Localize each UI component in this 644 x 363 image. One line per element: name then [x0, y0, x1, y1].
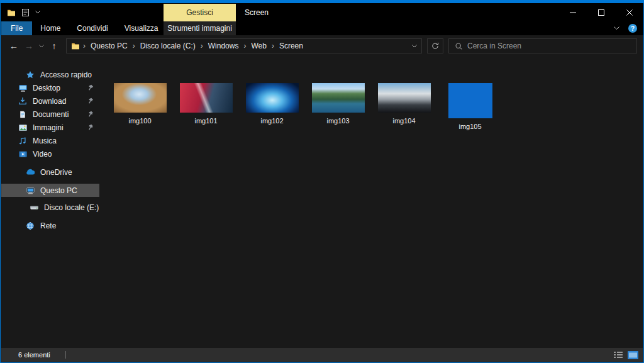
sidebar-item-label: Video [33, 150, 52, 159]
file-item-img104[interactable]: img104 [374, 83, 435, 125]
quick-access-toolbar [1, 9, 40, 16]
breadcrumb-separator: › [272, 42, 274, 50]
sidebar-item-label: Disco locale (E:) [44, 203, 99, 212]
maximize-button[interactable] [587, 3, 615, 21]
file-name: img104 [392, 117, 415, 125]
music-note-icon [18, 137, 28, 145]
sidebar-item-accesso-rapido[interactable]: Accesso rapido [1, 68, 99, 81]
sidebar-item-download[interactable]: Download [1, 94, 99, 108]
network-icon [25, 221, 35, 230]
breadcrumb-separator: › [243, 42, 246, 50]
pin-icon [87, 84, 94, 91]
refresh-button[interactable] [427, 38, 443, 53]
pin-icon [87, 111, 94, 117]
file-item-img101[interactable]: img101 [175, 83, 236, 125]
file-name: img102 [260, 117, 283, 125]
download-icon [18, 97, 28, 106]
folder-icon[interactable] [7, 9, 16, 16]
thumbnail-img104 [378, 83, 431, 113]
breadcrumb-separator: › [83, 42, 86, 50]
file-item-img103[interactable]: img103 [308, 83, 369, 125]
search-input[interactable] [467, 42, 631, 50]
pin-icon [87, 124, 94, 130]
ribbon-context-header-gestisci[interactable]: Gestisci [164, 4, 236, 21]
item-count-text: 6 elementi [18, 351, 50, 359]
up-button[interactable]: ↑ [47, 38, 61, 53]
film-icon [18, 150, 28, 159]
address-bar[interactable]: › Questo PC › Disco locale (C:) › Window… [66, 38, 422, 53]
cloud-icon [25, 169, 35, 176]
sidebar-item-label: Musica [33, 137, 57, 145]
status-divider [65, 351, 66, 359]
star-icon [25, 70, 35, 79]
breadcrumb-screen[interactable]: Screen [277, 42, 305, 50]
search-box[interactable] [448, 38, 637, 53]
file-name: img103 [326, 117, 349, 125]
thumbnail-img100 [114, 83, 167, 113]
breadcrumb-windows[interactable]: Windows [206, 42, 241, 50]
tab-strumenti-immagini[interactable]: Strumenti immagini [164, 21, 236, 35]
large-icons-view-icon[interactable] [628, 351, 638, 359]
search-icon [455, 42, 463, 50]
file-list: img100 img101 img102 img103 img104 img10… [99, 57, 643, 348]
file-item-img105[interactable]: img105 [440, 83, 501, 130]
navigation-buttons: ← → ↑ [7, 38, 61, 53]
address-folder-icon [71, 42, 80, 50]
file-explorer-window: Screen Gestisci File Home Condividi Visu… [0, 0, 644, 363]
sidebar-item-questo-pc[interactable]: Questo PC [1, 184, 99, 197]
file-item-img100[interactable]: img100 [109, 83, 170, 125]
sidebar-item-musica[interactable]: Musica [1, 134, 99, 147]
tab-home[interactable]: Home [32, 21, 69, 35]
help-icon[interactable]: ? [628, 24, 637, 33]
sidebar-item-label: Immagini [33, 123, 64, 132]
sidebar-item-label: Download [33, 97, 66, 106]
document-icon [18, 110, 28, 119]
thumbnail-img105 [448, 83, 492, 118]
details-view-icon[interactable] [614, 351, 623, 359]
close-button[interactable] [615, 3, 643, 21]
address-dropdown-icon[interactable] [412, 45, 417, 48]
sidebar-item-desktop[interactable]: Desktop [1, 81, 99, 94]
title-bar[interactable]: Screen [1, 3, 643, 21]
qat-dropdown-icon[interactable] [35, 11, 40, 14]
breadcrumb-questo-pc[interactable]: Questo PC [89, 42, 130, 50]
breadcrumb-separator: › [201, 42, 203, 50]
window-controls [558, 3, 643, 21]
sidebar-item-label: Questo PC [40, 186, 77, 195]
window-body: Accesso rapido Desktop Download [1, 57, 643, 348]
file-name: img101 [194, 117, 217, 125]
sidebar-item-documenti[interactable]: Documenti [1, 108, 99, 121]
ribbon-collapse-icon[interactable] [614, 26, 619, 30]
desktop-icon [18, 84, 28, 92]
address-toolbar: ← → ↑ › Questo PC › Disco locale (C:) › … [1, 35, 643, 57]
properties-icon[interactable] [22, 9, 29, 16]
minimize-button[interactable] [558, 3, 587, 21]
tab-file[interactable]: File [1, 21, 32, 35]
sidebar-item-label: Documenti [33, 110, 69, 119]
thumbnail-img101 [180, 83, 233, 113]
sidebar-item-immagini[interactable]: Immagini [1, 121, 99, 134]
back-button[interactable]: ← [7, 38, 21, 53]
sidebar-item-rete[interactable]: Rete [1, 219, 99, 232]
recent-locations-icon[interactable] [37, 38, 46, 53]
forward-button[interactable]: → [22, 38, 36, 53]
picture-icon [18, 123, 28, 132]
status-bar: 6 elementi [1, 348, 643, 362]
window-title: Screen [245, 8, 269, 17]
thumbnail-img103 [312, 83, 365, 113]
sidebar-item-onedrive[interactable]: OneDrive [1, 165, 99, 179]
sidebar-item-disco-locale-e[interactable]: Disco locale (E:) [1, 201, 99, 214]
sidebar-item-video[interactable]: Video [1, 147, 99, 160]
navigation-pane: Accesso rapido Desktop Download [1, 57, 99, 348]
sidebar-item-label: Desktop [33, 84, 60, 92]
breadcrumb-web[interactable]: Web [249, 42, 268, 50]
tab-condividi[interactable]: Condividi [69, 21, 116, 35]
tab-visualizza[interactable]: Visualizza [116, 21, 167, 35]
breadcrumb-separator: › [133, 42, 135, 50]
drive-icon [29, 203, 39, 212]
sidebar-item-label: OneDrive [40, 168, 72, 177]
breadcrumb-disco-locale-c[interactable]: Disco locale (C:) [138, 42, 197, 50]
view-toggle-buttons [614, 348, 638, 362]
file-item-img102[interactable]: img102 [242, 83, 303, 125]
file-name: img105 [458, 123, 481, 130]
